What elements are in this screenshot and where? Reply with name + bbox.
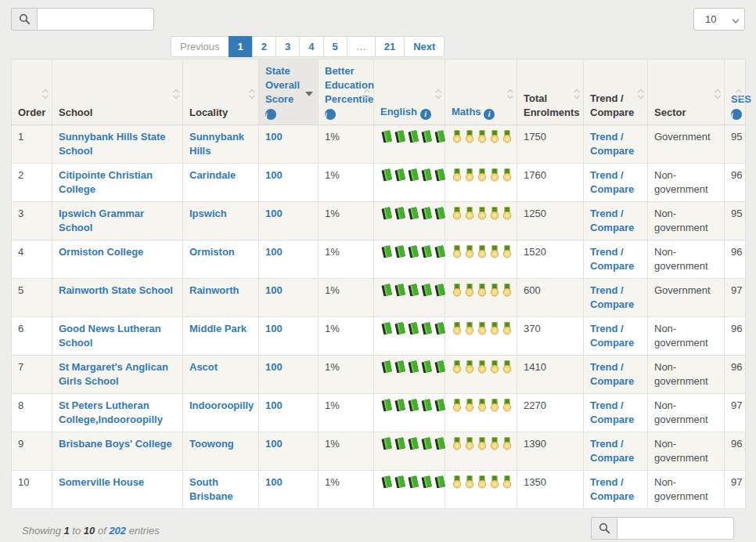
sort-chevrons-icon: [714, 88, 722, 104]
school-link[interactable]: Rainworth State School: [59, 284, 173, 296]
school-link[interactable]: Brisbane Boys' College: [59, 438, 172, 450]
column-header-better-education-percentile[interactable]: Better Education Percentilei: [319, 60, 374, 125]
trend-compare-link[interactable]: Trend / Compare: [590, 131, 634, 157]
page-button-2[interactable]: 2: [252, 36, 276, 57]
maths-rating: [445, 394, 517, 432]
page-button-21[interactable]: 21: [375, 36, 405, 57]
trend-compare-link[interactable]: Trend / Compare: [590, 169, 634, 195]
score-link[interactable]: 100: [265, 438, 283, 450]
column-label: Maths: [452, 106, 481, 117]
green-book-icon: [394, 399, 405, 412]
search-icon: [11, 8, 37, 31]
ses-cell: 96: [725, 240, 746, 279]
locality-link[interactable]: Toowong: [189, 438, 234, 450]
score-link[interactable]: 100: [265, 361, 283, 373]
trend-compare-link[interactable]: Trend / Compare: [590, 208, 634, 233]
column-header-ses[interactable]: SESi: [725, 60, 746, 125]
percentile-cell: 1%: [319, 356, 374, 394]
maths-rating: [445, 471, 517, 509]
score-link[interactable]: 100: [265, 131, 283, 143]
school-link[interactable]: St Margaret's Anglican Girls School: [59, 361, 168, 387]
column-header-english[interactable]: English i: [374, 60, 445, 125]
search-input-top[interactable]: [37, 8, 154, 31]
locality-link[interactable]: Indooroopilly: [189, 399, 254, 411]
school-link[interactable]: Somerville House: [59, 476, 144, 488]
green-book-icon: [434, 399, 445, 412]
info-icon[interactable]: i: [420, 109, 431, 120]
locality-link[interactable]: South Brisbane: [189, 476, 233, 502]
school-link[interactable]: Ormiston College: [59, 246, 143, 258]
score-link[interactable]: 100: [265, 169, 283, 181]
gold-medal-icon: [477, 360, 488, 374]
score-link[interactable]: 100: [265, 246, 283, 258]
locality-link[interactable]: Middle Park: [189, 323, 247, 334]
score-link[interactable]: 100: [265, 284, 283, 296]
locality-link[interactable]: Rainworth: [189, 284, 239, 296]
info-icon[interactable]: i: [265, 109, 276, 120]
column-header-trend-compare[interactable]: Trend / Compare: [584, 60, 648, 125]
green-book-icon: [380, 399, 392, 412]
trend-compare-link[interactable]: Trend / Compare: [590, 476, 634, 502]
trend-compare-link[interactable]: Trend / Compare: [590, 323, 634, 349]
gold-medal-icon: [489, 207, 500, 220]
column-header-order[interactable]: Order: [12, 60, 52, 125]
school-cell: St Margaret's Anglican Girls School: [52, 356, 183, 394]
locality-link[interactable]: Carindale: [189, 169, 236, 181]
column-header-locality[interactable]: Locality: [183, 60, 259, 125]
school-link[interactable]: St Peters Lutheran College,Indooroopilly: [59, 399, 163, 425]
gold-medal-icon: [489, 245, 500, 258]
english-rating-icons: [380, 326, 447, 338]
search-input-bottom[interactable]: [617, 517, 734, 540]
order-cell: 6: [12, 317, 52, 356]
gold-medal-icon: [452, 360, 463, 374]
school-link[interactable]: Ipswich Grammar School: [59, 208, 144, 233]
page-length-select[interactable]: 10: [693, 8, 745, 31]
table-body: 1Sunnybank Hills State SchoolSunnybank H…: [12, 125, 746, 509]
score-link[interactable]: 100: [265, 399, 283, 411]
page-previous-button[interactable]: Previous: [171, 36, 229, 57]
trend-compare-link[interactable]: Trend / Compare: [590, 284, 634, 310]
page-ellipsis[interactable]: …: [347, 36, 376, 57]
english-rating: [374, 202, 445, 240]
score-link[interactable]: 100: [265, 208, 283, 219]
locality-link[interactable]: Sunnybank Hills: [189, 131, 244, 157]
english-rating: [374, 432, 445, 471]
score-link[interactable]: 100: [265, 476, 283, 488]
green-book-icon: [407, 284, 419, 297]
showing-to: 10: [84, 525, 95, 537]
page-button-3[interactable]: 3: [275, 36, 300, 57]
column-header-school[interactable]: School: [52, 60, 183, 125]
trend-compare-link[interactable]: Trend / Compare: [590, 438, 634, 464]
sector-cell: Non-government: [648, 240, 725, 279]
score-cell: 100: [259, 471, 319, 509]
info-icon[interactable]: i: [484, 109, 495, 120]
maths-rating: [445, 125, 517, 164]
locality-link[interactable]: Ormiston: [189, 246, 235, 258]
locality-cell: Ipswich: [183, 202, 259, 240]
locality-link[interactable]: Ipswich: [189, 208, 227, 219]
locality-cell: Toowong: [183, 432, 259, 471]
column-header-total-enrolments[interactable]: Total Enrolments: [517, 60, 584, 125]
trend-compare-link[interactable]: Trend / Compare: [590, 361, 634, 387]
score-link[interactable]: 100: [265, 323, 283, 334]
column-header-maths[interactable]: Maths i: [445, 60, 517, 125]
green-book-icon: [420, 245, 432, 258]
page-button-5[interactable]: 5: [323, 36, 347, 57]
school-link[interactable]: Sunnybank Hills State School: [59, 131, 166, 157]
trend-compare-link[interactable]: Trend / Compare: [590, 246, 634, 272]
table-row: 4Ormiston CollegeOrmiston1001%1520Trend …: [12, 240, 746, 279]
info-icon[interactable]: i: [325, 109, 336, 120]
school-link[interactable]: Citipointe Christian College: [59, 169, 153, 195]
school-link[interactable]: Good News Lutheran School: [59, 323, 161, 349]
page-button-1[interactable]: 1: [229, 36, 253, 57]
gold-medal-icon: [464, 437, 475, 450]
info-icon[interactable]: i: [731, 109, 742, 120]
locality-link[interactable]: Ascot: [189, 361, 218, 373]
trend-compare-link[interactable]: Trend / Compare: [590, 399, 634, 425]
gold-medal-icon: [477, 399, 488, 412]
page-button-4[interactable]: 4: [299, 36, 323, 57]
sort-chevrons-icon: [363, 88, 371, 104]
column-header-state-overall-score[interactable]: State Overall Scorei: [259, 60, 319, 125]
column-header-sector[interactable]: Sector: [648, 60, 725, 125]
page-next-button[interactable]: Next: [404, 36, 445, 57]
